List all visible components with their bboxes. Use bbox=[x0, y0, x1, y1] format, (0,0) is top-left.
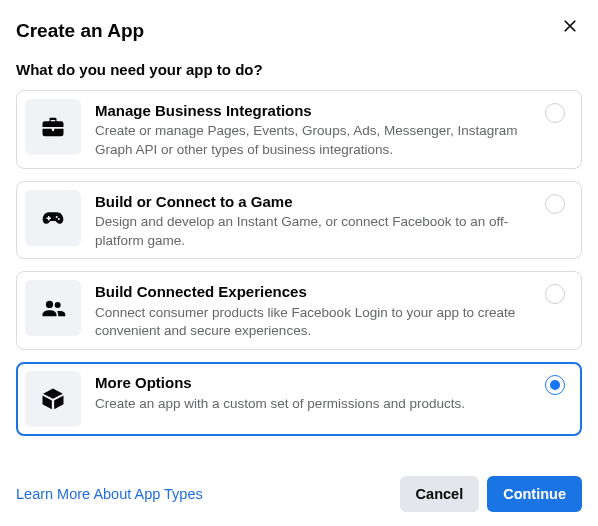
option-description: Connect consumer products like Facebook … bbox=[95, 304, 527, 341]
option-title: More Options bbox=[95, 373, 527, 393]
option-radio[interactable] bbox=[545, 103, 565, 123]
people-icon bbox=[25, 280, 81, 336]
dialog-subtitle: What do you need your app to do? bbox=[16, 61, 582, 78]
option-description: Design and develop an Instant Game, or c… bbox=[95, 213, 527, 250]
cube-icon bbox=[25, 371, 81, 427]
app-type-options: Manage Business Integrations Create or m… bbox=[16, 90, 582, 436]
close-icon bbox=[561, 17, 579, 39]
option-title: Build Connected Experiences bbox=[95, 282, 527, 302]
option-title: Build or Connect to a Game bbox=[95, 192, 527, 212]
briefcase-icon bbox=[25, 99, 81, 155]
game-controller-icon bbox=[25, 190, 81, 246]
option-description: Create an app with a custom set of permi… bbox=[95, 395, 527, 414]
option-description: Create or manage Pages, Events, Groups, … bbox=[95, 122, 527, 159]
learn-more-link[interactable]: Learn More About App Types bbox=[16, 486, 203, 502]
option-title: Manage Business Integrations bbox=[95, 101, 527, 121]
close-button[interactable] bbox=[556, 14, 584, 42]
option-radio[interactable] bbox=[545, 194, 565, 214]
continue-button[interactable]: Continue bbox=[487, 476, 582, 512]
option-build-connect-game[interactable]: Build or Connect to a Game Design and de… bbox=[16, 181, 582, 260]
option-more-options[interactable]: More Options Create an app with a custom… bbox=[16, 362, 582, 436]
option-radio[interactable] bbox=[545, 284, 565, 304]
cancel-button[interactable]: Cancel bbox=[400, 476, 480, 512]
option-radio[interactable] bbox=[545, 375, 565, 395]
option-build-connected-experiences[interactable]: Build Connected Experiences Connect cons… bbox=[16, 271, 582, 350]
option-manage-business-integrations[interactable]: Manage Business Integrations Create or m… bbox=[16, 90, 582, 169]
dialog-title: Create an App bbox=[16, 16, 144, 43]
